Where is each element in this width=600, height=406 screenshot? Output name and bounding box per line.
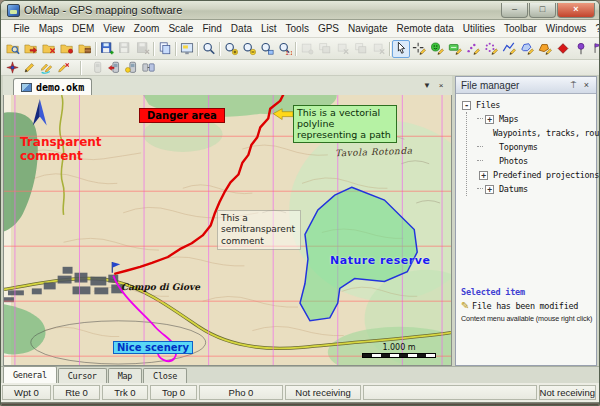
draw-polyline-button[interactable] <box>500 40 518 58</box>
menu-item[interactable]: GPS <box>313 22 343 35</box>
menu-item[interactable]: Windows <box>541 22 591 35</box>
edit-multi-button[interactable] <box>38 60 55 75</box>
menu-item[interactable]: Scale <box>164 22 198 35</box>
tree-item-label[interactable]: Toponyms <box>499 142 538 152</box>
tree-item-label[interactable]: Files <box>476 100 500 110</box>
menu-item[interactable]: Remote data <box>392 22 458 35</box>
draw-waypoint-button[interactable] <box>428 40 446 58</box>
tree-expander-icon[interactable]: + <box>479 171 488 180</box>
open-map-button[interactable] <box>4 40 22 58</box>
preview-button[interactable] <box>178 40 196 58</box>
calibrate-map-button[interactable] <box>4 60 21 75</box>
tree-item-label[interactable]: Maps <box>499 114 518 124</box>
nature-reserve-label[interactable]: Nature reserve <box>330 254 430 267</box>
delete-drawing-button[interactable] <box>55 60 72 75</box>
zoom-out-button[interactable] <box>240 40 258 58</box>
tree-item[interactable]: Waypoints, tracks, routes <box>477 126 596 140</box>
toolbar-icon <box>448 41 462 56</box>
bottom-tab-label: Close <box>153 371 177 381</box>
polyline-tooltip[interactable]: This is a vectorial polyline representin… <box>293 105 397 143</box>
menu-item[interactable]: List <box>256 22 281 35</box>
menu-item[interactable]: Navigate <box>344 22 392 35</box>
tab-close[interactable]: Close <box>143 368 187 383</box>
menu-item[interactable]: ? <box>591 22 600 35</box>
tree-item[interactable]: + Maps <box>477 112 596 126</box>
tree-expander-icon[interactable]: + <box>485 115 494 124</box>
paste-object-button[interactable] <box>298 40 316 58</box>
transparent-comment-label[interactable]: Transparent comment <box>20 136 112 164</box>
tab-list-dropdown-icon[interactable]: ▼ <box>420 79 434 92</box>
gps-download-button[interactable] <box>123 60 140 75</box>
draw-track-button[interactable] <box>464 40 482 58</box>
draw-point-button[interactable] <box>554 40 572 58</box>
menu-item[interactable]: Data <box>226 22 256 35</box>
minimize-button[interactable]: – <box>501 3 528 18</box>
select-tool-button[interactable] <box>392 40 410 58</box>
menu-item[interactable]: File <box>9 22 34 35</box>
find-button[interactable] <box>200 40 218 58</box>
menu-item[interactable]: View <box>99 22 130 35</box>
close-button[interactable]: × <box>557 3 595 18</box>
draw-flag-button[interactable] <box>590 40 600 58</box>
draw-position-button[interactable] <box>410 40 428 58</box>
save-button[interactable] <box>98 40 116 58</box>
zoom-window-button[interactable] <box>258 40 276 58</box>
tree-item[interactable]: Photos <box>477 154 596 168</box>
toolbar-icon <box>592 41 600 56</box>
menu-item[interactable]: Find <box>198 22 226 35</box>
ungroup-object-button[interactable] <box>370 40 388 58</box>
tree-item[interactable]: + Datums <box>477 182 596 196</box>
save-copy-button[interactable] <box>134 40 152 58</box>
toolbar-icon <box>24 41 38 56</box>
save-as-button[interactable] <box>116 40 134 58</box>
copy-object-button[interactable] <box>316 40 334 58</box>
maximize-button[interactable]: □ <box>529 3 556 18</box>
tree-item-label[interactable]: Predefined projections <box>493 170 599 180</box>
gps-realtime-button[interactable] <box>140 60 157 75</box>
map-canvas[interactable]: Danger area Transparent comment This is … <box>3 95 452 366</box>
menu-item[interactable]: DEM <box>68 22 99 35</box>
tree-item[interactable]: + Predefined projections <box>477 168 596 182</box>
semitransparent-comment-label[interactable]: This a semitransparent comment <box>217 210 301 250</box>
recent-file-button[interactable] <box>58 40 76 58</box>
document-tab-demo[interactable]: demo.okm <box>13 78 92 95</box>
draw-pin-button[interactable] <box>572 40 590 58</box>
draw-area-button[interactable] <box>536 40 554 58</box>
document-close-icon[interactable]: × <box>434 79 448 92</box>
draw-label-button[interactable] <box>446 40 464 58</box>
cut-object-button[interactable] <box>334 40 352 58</box>
pin-icon[interactable]: ⍑ <box>567 79 580 92</box>
tab-cursor[interactable]: Cursor <box>58 368 107 383</box>
tree-item[interactable]: Toponyms <box>477 140 596 154</box>
draw-polygon-button[interactable] <box>518 40 536 58</box>
gps-upload-button[interactable] <box>106 60 123 75</box>
zoom-original-button[interactable] <box>276 40 294 58</box>
tree-item-label[interactable]: Photos <box>499 156 528 166</box>
tree-item-label[interactable]: Datums <box>499 184 528 194</box>
tree-expander-icon[interactable]: + <box>485 185 494 194</box>
menu-item[interactable]: Maps <box>34 22 67 35</box>
merge-file-button[interactable] <box>40 40 58 58</box>
copy-button[interactable] <box>156 40 174 58</box>
menu-item[interactable]: Tools <box>281 22 313 35</box>
group-object-button[interactable] <box>352 40 370 58</box>
import-file-button[interactable] <box>22 40 40 58</box>
zoom-in-button[interactable] <box>222 40 240 58</box>
draw-route-button[interactable] <box>482 40 500 58</box>
tree-item-label[interactable]: Waypoints, tracks, routes <box>493 128 600 138</box>
tree-expander-icon[interactable]: - <box>462 101 471 110</box>
tab-general[interactable]: General <box>3 366 57 383</box>
menu-item[interactable]: Zoom <box>129 22 164 35</box>
edit-single-button[interactable] <box>21 60 38 75</box>
nice-scenery-label[interactable]: Nice scenery <box>113 341 193 354</box>
menu-item[interactable]: Utilities <box>458 22 499 35</box>
gps-connect-button[interactable] <box>89 60 106 75</box>
panel-close-icon[interactable]: × <box>580 79 593 92</box>
menu-item[interactable]: Toolbar <box>499 22 541 35</box>
tab-map[interactable]: Map <box>108 368 142 383</box>
place-label-campo-di-giove: Campo di Giove <box>121 282 200 292</box>
toolbar-icon <box>60 41 74 56</box>
danger-area-label[interactable]: Danger area <box>139 108 225 123</box>
tree-item-files[interactable]: - Files <box>462 98 596 112</box>
open-project-button[interactable] <box>76 40 94 58</box>
